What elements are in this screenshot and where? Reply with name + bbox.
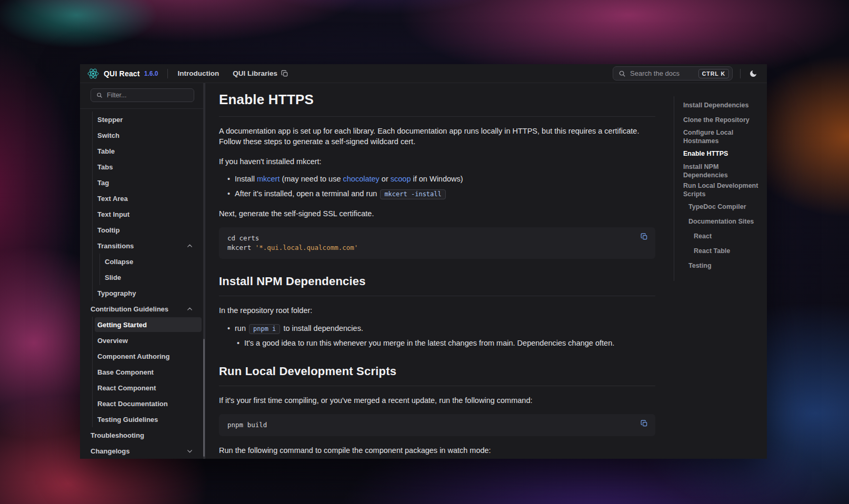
sidebar-item-label: Contribution Guidelines	[91, 305, 168, 313]
nav-links: IntroductionQUI Libraries	[177, 69, 288, 77]
toc-item-documentation-sites[interactable]: Documentation Sites	[674, 215, 764, 229]
content-link-chocolatey[interactable]: chocolatey	[343, 175, 379, 183]
toc-item-label: Clone the Repository	[683, 116, 750, 124]
heading-enable-https: Enable HTTPS	[219, 88, 655, 117]
sidebar-item-getting-started[interactable]: Getting Started	[80, 317, 205, 332]
navbar-right: CTRL K	[613, 66, 758, 80]
sidebar-item-base-component[interactable]: Base Component	[80, 364, 205, 380]
paragraph: If it's your first time compiling, or yo…	[219, 395, 655, 406]
paragraph: Next, generate the self-signed SSL certi…	[219, 208, 655, 219]
bullet-list: It's a good idea to run this whenever yo…	[235, 338, 655, 349]
sidebar-item-label: Stepper	[97, 116, 123, 124]
sidebar-scrollbar-thumb[interactable]	[203, 339, 205, 457]
toc-item-install-npm-dependencies[interactable]: Install NPM Dependencies	[674, 162, 764, 181]
sidebar-item-label: React Documentation	[97, 400, 168, 408]
toc-item-configure-local-hostnames[interactable]: Configure Local Hostnames	[674, 127, 764, 147]
toc-item-label: TypeDoc Compiler	[688, 203, 746, 211]
code-text: cd certs mkcert '*.qui.local.qualcomm.co…	[227, 234, 631, 253]
paragraph: If you haven't installed mkcert:	[219, 156, 655, 167]
toc-item-label: Documentation Sites	[688, 217, 754, 226]
chevron-up-icon	[186, 243, 193, 249]
nav-link-label: QUI Libraries	[233, 69, 277, 77]
content-link-mkcert[interactable]: mkcert	[257, 175, 280, 183]
theme-toggle-button[interactable]	[748, 68, 758, 79]
filter-input[interactable]	[107, 92, 188, 99]
sidebar-item-testing-guidelines[interactable]: Testing Guidelines	[80, 411, 205, 427]
navbar-divider	[167, 69, 168, 78]
sidebar-item-label: Overview	[97, 337, 128, 345]
text-run: if on Windows)	[411, 175, 463, 183]
toc-sidebar: Install DependenciesClone the Repository…	[674, 83, 767, 459]
code-block: pnpm build	[219, 414, 655, 436]
toc-item-run-local-development-scripts[interactable]: Run Local Development Scripts	[674, 180, 764, 200]
toc-item-label: Configure Local Hostnames	[683, 128, 764, 146]
nav-link-qui-libraries[interactable]: QUI Libraries	[233, 69, 288, 77]
toc-item-install-dependencies[interactable]: Install Dependencies	[674, 98, 764, 113]
sidebar-item-typography[interactable]: Typography	[80, 285, 205, 301]
sidebar-item-transitions[interactable]: Transitions	[80, 238, 205, 254]
sidebar-item-component-authoring[interactable]: Component Authoring	[80, 348, 205, 364]
sidebar-item-text-area[interactable]: Text Area	[80, 190, 205, 206]
text-run: If it's your first time compiling, or yo…	[219, 396, 532, 405]
search-input[interactable]	[630, 69, 694, 77]
sidebar-item-overview[interactable]: Overview	[80, 332, 205, 348]
toc-item-testing[interactable]: Testing	[674, 259, 764, 274]
sidebar-item-troubleshooting[interactable]: Troubleshooting	[80, 427, 205, 443]
sidebar-item-contribution-guidelines[interactable]: Contribution Guidelines	[80, 301, 205, 317]
sidebar-item-slide[interactable]: Slide	[80, 269, 205, 285]
sidebar-item-label: Tag	[97, 179, 109, 187]
inline-code: mkcert -install	[380, 189, 445, 199]
list-item: It's a good idea to run this whenever yo…	[244, 338, 655, 349]
sidebar-item-text-input[interactable]: Text Input	[80, 206, 205, 222]
text-run: Next, generate the self-signed SSL certi…	[219, 209, 374, 218]
text-run: If you haven't installed mkcert:	[219, 157, 322, 166]
search-icon	[618, 70, 626, 77]
paragraph: Run the following command to compile the…	[219, 445, 655, 456]
toc-item-typedoc-compiler[interactable]: TypeDoc Compiler	[674, 200, 764, 215]
search-shortcut-kbd: CTRL K	[698, 69, 729, 78]
text-run: A documentation app is set up for each l…	[219, 127, 639, 146]
sidebar-item-react-documentation[interactable]: React Documentation	[80, 396, 205, 411]
text-run: Run the following command to compile the…	[219, 446, 491, 455]
navbar-divider	[740, 69, 741, 78]
sidebar-item-label: Testing Guidelines	[97, 416, 158, 424]
toc-item-label: Testing	[688, 261, 712, 270]
nav-link-introduction[interactable]: Introduction	[177, 69, 219, 77]
docs-search[interactable]: CTRL K	[613, 66, 733, 80]
sidebar-item-label: Getting Started	[97, 321, 147, 329]
sidebar-header	[80, 83, 205, 109]
content-link-scoop[interactable]: scoop	[391, 175, 411, 183]
sidebar-item-tabs[interactable]: Tabs	[80, 159, 205, 175]
sidebar-item-label: Text Area	[97, 195, 128, 203]
toc-item-clone-the-repository[interactable]: Clone the Repository	[674, 113, 764, 127]
sidebar-filter[interactable]	[91, 88, 194, 102]
toc-item-label: Install NPM Dependencies	[683, 163, 764, 180]
sidebar-nav-list: StepperSwitchTableTabsTagText AreaText I…	[80, 109, 205, 459]
sidebar-item-stepper[interactable]: Stepper	[80, 112, 205, 127]
sidebar-item-switch[interactable]: Switch	[80, 127, 205, 143]
copy-code-button[interactable]	[640, 232, 649, 241]
text-run: Install	[235, 175, 257, 183]
toc-item-enable-https[interactable]: Enable HTTPS	[674, 147, 764, 162]
inline-code: pnpm i	[249, 324, 280, 334]
sidebar-item-tag[interactable]: Tag	[80, 175, 205, 190]
text-run: (may need to use	[279, 175, 343, 183]
sidebar-item-tooltip[interactable]: Tooltip	[80, 222, 205, 238]
sidebar-item-table[interactable]: Table	[80, 143, 205, 159]
sidebar-item-label: Base Component	[97, 368, 154, 376]
text-run: It's a good idea to run this whenever yo…	[244, 339, 614, 347]
copy-code-button[interactable]	[640, 419, 649, 428]
sidebar-item-collapse[interactable]: Collapse	[80, 254, 205, 269]
list-item: run pnpm i to install dependencies.It's …	[235, 323, 655, 349]
sidebar-item-label: Troubleshooting	[91, 431, 144, 439]
sidebar-item-react-component[interactable]: React Component	[80, 380, 205, 396]
toc-item-react[interactable]: React	[674, 229, 764, 244]
version-badge: 1.6.0	[144, 70, 158, 77]
sidebar-item-label: Tabs	[97, 163, 113, 171]
toc-item-label: React	[694, 232, 712, 240]
sidebar-item-changelogs[interactable]: Changelogs	[80, 443, 205, 459]
code-string-token: '*.qui.local.qualcomm.com'	[255, 244, 358, 251]
text-run: to install dependencies.	[281, 324, 363, 332]
sidebar: StepperSwitchTableTabsTagText AreaText I…	[80, 83, 205, 459]
toc-item-react-table[interactable]: React Table	[674, 244, 764, 259]
